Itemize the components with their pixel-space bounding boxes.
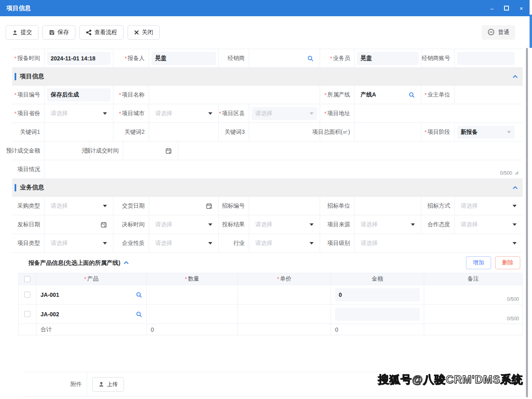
price-cell[interactable] [238, 285, 331, 304]
bid-method-label: 招标方式 [421, 197, 455, 215]
caret-down-icon [513, 223, 517, 226]
project-info-dialog: 项目信息 – × 提交 保存 查看流程 关闭 [0, 0, 530, 399]
view-flow-button[interactable]: 查看流程 [79, 25, 124, 40]
section-project-title: 项目信息 [20, 73, 44, 80]
close-x-icon [134, 30, 139, 35]
caret-down-icon [310, 223, 314, 226]
close-button[interactable]: 关闭 [128, 25, 160, 40]
city-label: *项目城市 [113, 104, 149, 122]
province-label: *项目省份 [12, 104, 45, 122]
situation-textarea[interactable]: 0/500 [45, 160, 523, 178]
stage-select[interactable]: 新报备 [457, 126, 515, 139]
salesman-label: *业务员 [320, 49, 355, 67]
table-total-row: 合计 0 0 [19, 324, 522, 335]
dealer-input[interactable] [252, 52, 317, 65]
add-row-button[interactable]: 增加 [466, 256, 491, 269]
cooperation-select[interactable]: 请选择 [457, 218, 520, 231]
vertical-scrollbar[interactable] [526, 48, 528, 397]
project-source-select[interactable]: 请选择 [357, 218, 419, 231]
expected-time-input[interactable] [126, 144, 175, 157]
form-row-region: *项目省份 请选择 *项目城市 请选择 *项目区县 请选择 *项目地址 [12, 104, 523, 123]
keyword3-input[interactable] [252, 126, 317, 139]
row-checkbox[interactable] [24, 311, 30, 317]
project-name-input[interactable] [152, 88, 317, 101]
issue-date-input[interactable] [47, 218, 111, 231]
bid-result-select[interactable]: 请选择 [252, 218, 317, 231]
remark-cell[interactable]: 0/500 [424, 285, 522, 304]
project-form: *报备时间 2024-11-01 14:18 *报备人 晃盖 经销商 *业务员 … [12, 49, 523, 68]
award-time-select[interactable]: 请选择 [152, 218, 216, 231]
qty-cell[interactable] [147, 305, 238, 324]
qty-cell[interactable] [147, 285, 238, 304]
city-select[interactable]: 请选择 [152, 107, 216, 120]
remark-cell[interactable]: 0/500 [424, 305, 522, 324]
search-icon[interactable] [408, 92, 415, 98]
caret-down-icon [103, 205, 107, 207]
district-select[interactable]: 请选择 [252, 107, 317, 120]
priority-mode-button[interactable]: 普通 [482, 25, 515, 40]
form-row-bidding: 发标日期 决标时间 请选择 投标结果 请选择 项目来源 请选择 合作态度 请选择 [12, 215, 523, 234]
caret-down-icon [513, 242, 517, 245]
save-button[interactable]: 保存 [43, 25, 75, 40]
calendar-icon[interactable] [206, 203, 212, 209]
address-input[interactable] [357, 107, 520, 120]
caret-down-icon [310, 112, 314, 115]
section-accent-bar [15, 73, 16, 80]
delete-row-button[interactable]: 删除 [495, 256, 520, 269]
bid-no-input[interactable] [252, 200, 317, 212]
minimize-icon[interactable]: – [490, 5, 494, 11]
project-type-select[interactable]: 请选择 [47, 237, 111, 250]
chevron-up-icon[interactable] [513, 75, 518, 78]
keyword2-input[interactable] [152, 126, 216, 139]
purchase-type-select[interactable]: 请选择 [47, 200, 111, 212]
chevron-up-icon[interactable] [124, 261, 129, 264]
delivery-date-input[interactable] [152, 200, 216, 212]
amount-input[interactable]: 0 [335, 288, 420, 301]
total-area-input[interactable] [357, 126, 419, 139]
enterprise-nature-select[interactable]: 请选择 [152, 237, 216, 250]
expected-amount-input[interactable] [47, 144, 79, 157]
search-icon[interactable] [307, 55, 314, 62]
project-level-select[interactable]: 请选择 [357, 237, 520, 250]
reporter-input[interactable]: 晃盖 [152, 52, 216, 65]
resize-handle-icon[interactable] [514, 170, 519, 176]
calendar-icon[interactable] [165, 148, 172, 154]
search-icon[interactable] [136, 292, 142, 298]
bid-unit-input[interactable] [357, 200, 419, 212]
price-cell[interactable] [238, 305, 331, 324]
dealer-account-input[interactable] [457, 52, 515, 65]
province-select[interactable]: 请选择 [47, 107, 111, 120]
project-no-input[interactable]: 保存后生成 [47, 88, 111, 101]
calendar-icon[interactable] [100, 221, 107, 228]
product-section-title: 报备产品信息(先选上面的所属产线) [28, 259, 120, 267]
submit-button[interactable]: 提交 [6, 25, 38, 40]
maximize-icon[interactable] [504, 6, 509, 11]
report-time-input[interactable]: 2024-11-01 14:18 [47, 52, 111, 65]
product-cell[interactable]: JA-001 [41, 292, 59, 298]
select-all-checkbox[interactable] [24, 276, 30, 282]
save-icon [49, 30, 55, 35]
window-controls: – × [490, 5, 523, 11]
amount-input[interactable] [335, 308, 420, 321]
product-line-input[interactable]: 产线A [357, 88, 419, 101]
row-checkbox[interactable] [24, 292, 30, 298]
keyword1-input[interactable] [47, 126, 111, 139]
chevron-up-icon[interactable] [513, 186, 518, 189]
col-qty: *数量 [147, 273, 238, 285]
upload-button[interactable]: 上传 [92, 377, 124, 392]
industry-select[interactable]: 请选择 [252, 237, 317, 250]
dealer-account-label: 经销商账号 [421, 49, 455, 67]
salesman-input[interactable]: 晃盖 [357, 52, 419, 65]
close-icon[interactable]: × [519, 5, 523, 11]
cooperation-label: 合作态度 [421, 215, 455, 234]
situation-label: 项目情况 [12, 160, 45, 178]
caret-down-icon [208, 242, 212, 245]
search-icon[interactable] [136, 311, 142, 317]
background-page-edge [530, 15, 532, 48]
owner-unit-input[interactable] [457, 88, 520, 101]
reporter-label: *报备人 [113, 49, 149, 67]
product-cell[interactable]: JA-002 [41, 311, 59, 317]
industry-label: 行业 [219, 234, 249, 252]
bid-method-select[interactable]: 请选择 [457, 200, 520, 212]
form-row-project-no: *项目编号 保存后生成 *项目名称 *所属产线 产线A *业主单位 [12, 86, 523, 104]
